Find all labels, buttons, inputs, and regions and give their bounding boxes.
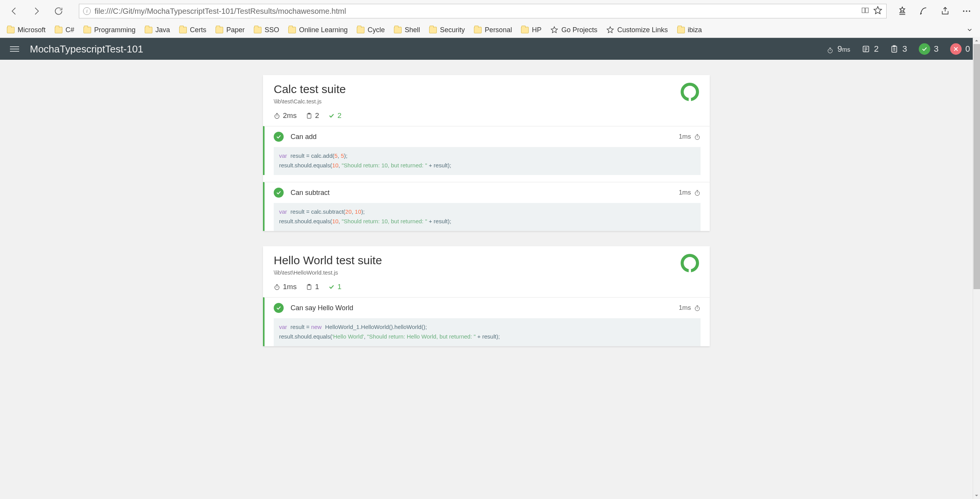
suite-title: Hello World test suite [274, 254, 699, 267]
bookmark-label: Microsoft [18, 26, 46, 34]
scroll-up-button[interactable] [973, 37, 980, 44]
stopwatch-icon [827, 46, 833, 52]
suite-test-count: 2 [306, 111, 319, 120]
report-header: MochaTypescriptTest-101 9ms 2 3 3 0 [0, 38, 980, 60]
bookmark-item[interactable]: Customize Links [606, 26, 668, 34]
stopwatch-icon [694, 134, 701, 140]
stopwatch-icon [274, 284, 280, 290]
folder-icon [474, 27, 482, 33]
stat-failed: 0 [950, 43, 970, 55]
test-name: Can subtract [291, 189, 679, 197]
suite-test-count: 1 [306, 283, 319, 291]
test-case: Can add1msvar result = calc.add(5, 5); r… [263, 126, 710, 175]
bookmark-item[interactable]: Programming [83, 26, 136, 34]
pass-check-icon [274, 188, 284, 198]
suite-meta: 2ms22 [274, 111, 699, 120]
folder-icon [55, 27, 62, 33]
hamburger-menu-icon[interactable] [10, 45, 19, 53]
report-body: Calc test suite\lib\test\Calc.test.js2ms… [0, 60, 973, 499]
test-name: Can add [291, 133, 679, 141]
folder-icon [288, 27, 296, 33]
bookmark-label: C# [65, 26, 74, 34]
test-case: Can subtract1msvar result = calc.subtrac… [263, 182, 710, 231]
stopwatch-icon [694, 190, 701, 196]
pass-circle-icon [919, 43, 930, 55]
test-code: var result = calc.subtract(20, 10); resu… [274, 203, 701, 231]
stat-duration: 9ms [827, 44, 850, 54]
pass-check-icon [274, 132, 284, 142]
favorites-list-icon[interactable] [897, 6, 907, 16]
favorite-star-icon[interactable] [873, 6, 882, 16]
bookmark-label: Shell [405, 26, 420, 34]
bookmark-item[interactable]: Certs [179, 26, 206, 34]
bookmark-item[interactable]: Online Learning [288, 26, 348, 34]
test-name: Can say Hello World [291, 304, 679, 312]
suite-chart-icon [681, 254, 699, 272]
report-stats: 9ms 2 3 3 0 [827, 43, 970, 55]
bookmark-item[interactable]: Java [145, 26, 170, 34]
folder-icon [357, 27, 364, 33]
bookmark-item[interactable]: HP [521, 26, 541, 34]
bookmark-label: Go Projects [561, 26, 597, 34]
url-text: file:///C:/Git/my/MochaTypescriptTest-10… [95, 7, 857, 16]
test-code: var result = calc.add(5, 5); result.shou… [274, 147, 701, 175]
bookmark-item[interactable]: Security [429, 26, 465, 34]
star-icon [606, 26, 614, 34]
suite-meta: 1ms11 [274, 283, 699, 291]
page-info-icon[interactable]: i [83, 7, 91, 15]
stat-passed: 3 [919, 43, 939, 55]
bookmark-item[interactable]: Cycle [357, 26, 385, 34]
browser-chrome: i file:///C:/Git/my/MochaTypescriptTest-… [0, 0, 980, 38]
svg-point-0 [963, 10, 965, 12]
clipboard-icon [306, 284, 312, 290]
folder-icon [179, 27, 187, 33]
notes-icon[interactable] [919, 6, 929, 16]
test-duration: 1ms [679, 133, 701, 141]
folder-icon [7, 27, 15, 33]
bookmark-label: Java [155, 26, 170, 34]
stat-tests: 3 [890, 44, 907, 54]
address-bar[interactable]: i file:///C:/Git/my/MochaTypescriptTest-… [79, 4, 887, 18]
suite-header[interactable]: Hello World test suite\lib\test\HelloWor… [263, 246, 710, 297]
test-row[interactable]: Can say Hello World1ms [265, 298, 710, 318]
suite-pass-count: 2 [328, 111, 341, 120]
star-icon [550, 26, 558, 34]
test-row[interactable]: Can subtract1ms [265, 182, 710, 203]
bookmark-label: Security [440, 26, 465, 34]
bookmark-label: Certs [190, 26, 206, 34]
bookmark-item[interactable]: Shell [394, 26, 420, 34]
suite-duration: 2ms [274, 111, 297, 120]
test-code: var result = new HelloWorld_1.HelloWorld… [274, 318, 701, 346]
folder-icon [254, 27, 261, 33]
back-button[interactable] [5, 2, 24, 21]
refresh-button[interactable] [49, 2, 68, 21]
test-suite: Calc test suite\lib\test\Calc.test.js2ms… [263, 75, 710, 231]
bookmark-label: Online Learning [299, 26, 348, 34]
forward-button[interactable] [27, 2, 46, 21]
folder-icon [216, 27, 223, 33]
folder-icon [521, 27, 529, 33]
share-icon[interactable] [940, 6, 950, 16]
stat-suites: 2 [862, 44, 879, 54]
bookmark-item[interactable]: Go Projects [550, 26, 597, 34]
suite-file-path: \lib\test\HelloWorld.test.js [274, 269, 699, 276]
test-case: Can say Hello World1msvar result = new H… [263, 297, 710, 346]
vertical-scrollbar[interactable] [973, 37, 980, 499]
test-row[interactable]: Can add1ms [265, 126, 710, 147]
svg-point-2 [969, 10, 970, 12]
bookmark-item[interactable]: Paper [216, 26, 245, 34]
bookmarks-overflow-button[interactable] [966, 26, 973, 33]
navigation-toolbar: i file:///C:/Git/my/MochaTypescriptTest-… [0, 0, 980, 22]
scroll-thumb[interactable] [973, 44, 980, 289]
more-icon[interactable] [962, 6, 972, 16]
scroll-down-button[interactable] [973, 492, 980, 499]
bookmark-item[interactable]: Personal [474, 26, 512, 34]
bookmark-item[interactable]: ibiza [677, 26, 702, 34]
suite-header[interactable]: Calc test suite\lib\test\Calc.test.js2ms… [263, 75, 710, 126]
bookmark-item[interactable]: SSO [254, 26, 279, 34]
suite-duration: 1ms [274, 283, 297, 291]
bookmark-item[interactable]: Microsoft [7, 26, 46, 34]
reading-view-icon[interactable] [861, 6, 869, 16]
bookmark-label: Paper [226, 26, 245, 34]
bookmark-item[interactable]: C# [55, 26, 74, 34]
